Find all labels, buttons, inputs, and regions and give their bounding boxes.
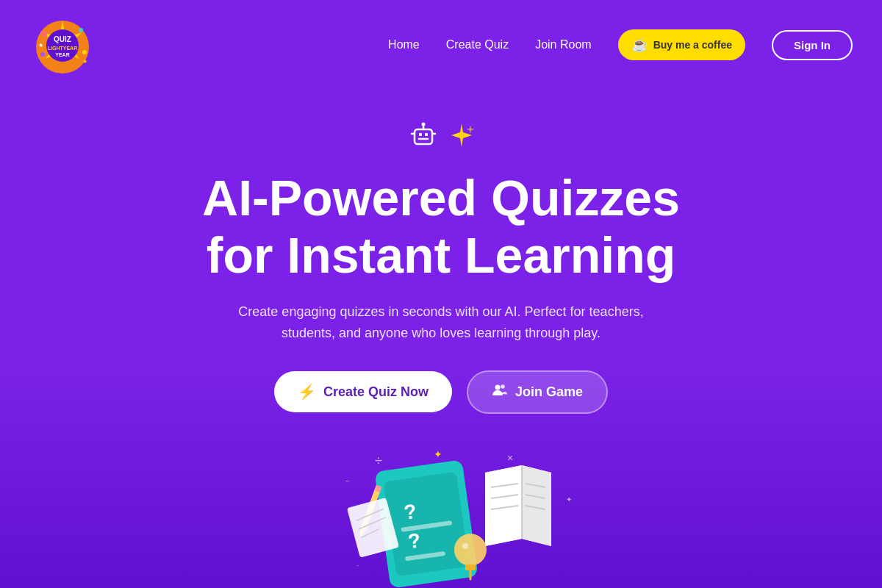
sparkle-icon <box>448 122 475 148</box>
logo-badge: QUIZ LIGHTYEAR YEAR ★ ★ <box>29 12 96 78</box>
buy-coffee-button[interactable]: ☕ Buy me a coffee <box>618 29 745 60</box>
svg-text:✦: ✦ <box>434 448 442 460</box>
svg-point-6 <box>41 31 47 37</box>
svg-text:★: ★ <box>82 58 87 65</box>
svg-text:✦: ✦ <box>566 495 572 503</box>
svg-text:×: × <box>507 452 513 464</box>
hero-subtitle: Create engaging quizzes in seconds with … <box>220 301 662 344</box>
hero-title-line2: for Instant Learning <box>207 227 675 283</box>
svg-point-17 <box>422 123 426 126</box>
svg-text:★: ★ <box>38 42 43 49</box>
create-quiz-button[interactable]: ⚡ Create Quiz Now <box>274 371 452 412</box>
svg-text:LIGHTYEAR: LIGHTYEAR <box>48 46 77 51</box>
svg-point-8 <box>82 50 87 54</box>
svg-rect-13 <box>419 133 422 136</box>
illustration-area: ÷ × + − ? ? <box>0 443 882 588</box>
hero-title: AI-Powered Quizzes for Instant Learning <box>202 169 680 284</box>
svg-text:÷: ÷ <box>375 453 382 468</box>
nav-create-quiz[interactable]: Create Quiz <box>446 38 509 51</box>
svg-point-21 <box>501 384 505 389</box>
svg-text:QUIZ: QUIZ <box>54 35 71 43</box>
svg-text:·: · <box>356 560 359 570</box>
svg-rect-14 <box>425 133 428 136</box>
lightning-icon: ⚡ <box>298 383 316 401</box>
svg-point-9 <box>40 52 45 57</box>
coffee-icon: ☕ <box>631 37 648 53</box>
create-quiz-label: Create Quiz Now <box>323 384 429 400</box>
logo-svg: QUIZ LIGHTYEAR YEAR ★ ★ <box>29 12 96 78</box>
nav-join-room[interactable]: Join Room <box>535 38 591 51</box>
robot-icon <box>407 119 440 151</box>
logo-area: QUIZ LIGHTYEAR YEAR ★ ★ <box>29 12 96 78</box>
svg-point-7 <box>79 28 83 32</box>
hero-buttons: ⚡ Create Quiz Now Join Game <box>274 370 608 414</box>
svg-point-20 <box>495 384 501 390</box>
svg-rect-12 <box>415 129 432 144</box>
svg-point-39 <box>454 534 487 566</box>
svg-text:YEAR: YEAR <box>55 52 69 57</box>
nav-links: Home Create Quiz Join Room ☕ Buy me a co… <box>388 29 853 60</box>
navbar: QUIZ LIGHTYEAR YEAR ★ ★ Home Create Quiz… <box>0 0 882 90</box>
people-icon <box>492 382 508 402</box>
join-game-button[interactable]: Join Game <box>467 370 608 414</box>
hero-illustration: ÷ × + − ? ? <box>287 443 595 588</box>
people-svg-icon <box>492 382 508 398</box>
signin-button[interactable]: Sign In <box>772 30 853 60</box>
join-game-label: Join Game <box>515 384 583 400</box>
nav-home[interactable]: Home <box>388 38 420 51</box>
svg-text:−: − <box>345 477 350 485</box>
hero-section: AI-Powered Quizzes for Instant Learning … <box>0 90 882 443</box>
hero-icons <box>407 119 475 151</box>
hero-title-line1: AI-Powered Quizzes <box>202 170 680 226</box>
coffee-button-label: Buy me a coffee <box>653 39 732 51</box>
svg-point-42 <box>462 543 468 549</box>
